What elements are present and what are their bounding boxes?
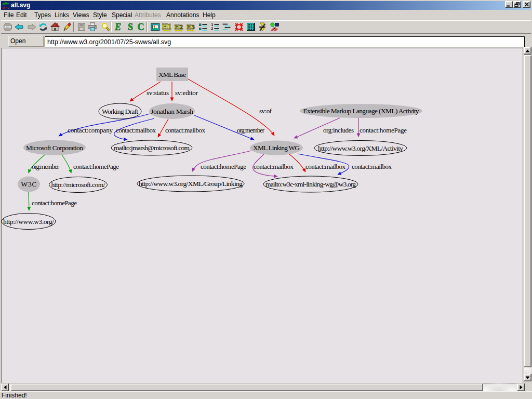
- scroll-left-button[interactable]: [1, 383, 9, 391]
- scroll-up-button[interactable]: [524, 47, 531, 55]
- heading3-button[interactable]: H3: [185, 21, 196, 32]
- strong-button[interactable]: S: [125, 21, 136, 32]
- svg-text:STOP: STOP: [4, 26, 10, 29]
- stop-icon: STOP: [3, 22, 13, 32]
- save-icon: [76, 22, 87, 32]
- anchor-link-icon: [234, 22, 244, 32]
- pencil-icon: [62, 22, 72, 32]
- menu-links[interactable]: Links: [55, 11, 69, 19]
- anchor-link-button[interactable]: [233, 21, 244, 32]
- edit-mode-button[interactable]: [61, 21, 72, 32]
- node-xml-activity-org: Extensible Markup Language (XML) Activit…: [300, 104, 422, 118]
- node-working-draft: Working Draft: [99, 103, 141, 119]
- menu-edit[interactable]: Edit: [16, 11, 27, 19]
- menu-special[interactable]: Special: [112, 11, 132, 19]
- image-button[interactable]: [150, 21, 161, 32]
- node-xml-base: XML Base: [156, 68, 188, 81]
- find-button[interactable]: [100, 21, 111, 32]
- edge-label: contact:mailbox: [254, 163, 294, 170]
- annotation-icon: [269, 22, 280, 32]
- toolbar-separator: [73, 22, 74, 32]
- forward-icon: [26, 22, 37, 32]
- horizontal-scrollbar-thumb[interactable]: [10, 383, 483, 391]
- edge-label: contact:homePage: [73, 163, 119, 170]
- scroll-down-icon: [525, 376, 530, 379]
- save-button[interactable]: [76, 21, 87, 32]
- emphasis-icon: E: [113, 22, 123, 32]
- close-button[interactable]: [523, 1, 530, 8]
- open-label: Open: [8, 36, 44, 47]
- numbered-list-button[interactable]: [209, 21, 220, 32]
- node-jonathan-marsh: Jonathan Marsh: [149, 103, 195, 119]
- annotation-button[interactable]: [269, 21, 280, 32]
- menu-help[interactable]: Help: [203, 11, 216, 19]
- node-linking-homepage: http://www.w3.org/XML/Group/Linking: [137, 176, 244, 192]
- edge-label: contact:mailbox: [165, 126, 206, 134]
- svg-text:http://www.w3.org/XML/Activity: http://www.w3.org/XML/Activity: [318, 144, 403, 152]
- horizontal-scrollbar-track[interactable]: [483, 383, 517, 391]
- scroll-down-button[interactable]: [524, 374, 531, 381]
- menu-style[interactable]: Style: [93, 11, 107, 19]
- node-w3c-homepage: http://www.w3.org/: [2, 214, 56, 230]
- node-microsoft-homepage: http://microsoft.com/: [49, 177, 108, 193]
- back-button[interactable]: [14, 21, 24, 32]
- table-button[interactable]: [245, 21, 256, 32]
- horizontal-scrollbar[interactable]: [1, 383, 525, 391]
- svg-text:W3C: W3C: [21, 180, 37, 188]
- reload-icon: [38, 22, 48, 32]
- app-icon: [2, 2, 9, 9]
- scroll-right-button[interactable]: [517, 383, 525, 391]
- edge-label: org:member: [237, 126, 265, 134]
- edge-label: contact:homePage: [201, 163, 246, 170]
- scroll-right-icon: [520, 385, 523, 390]
- edge-label: sv:status: [147, 89, 169, 97]
- window-title: all.svg: [11, 2, 30, 9]
- vertical-scrollbar-track[interactable]: [524, 367, 531, 374]
- svg-text:Microsoft Corporation: Microsoft Corporation: [26, 144, 83, 152]
- transform-icon: [257, 22, 268, 32]
- stop-button[interactable]: STOP: [2, 21, 13, 32]
- titlebar: all.svg: [1, 1, 531, 10]
- svg-text:C: C: [137, 22, 144, 32]
- home-icon: [50, 22, 60, 32]
- heading1-button[interactable]: H1: [161, 21, 172, 32]
- bullet-list-button[interactable]: [197, 21, 208, 32]
- document-canvas: sv:status sv:editor sv:of contact:compan…: [1, 48, 523, 383]
- vertical-scrollbar-thumb[interactable]: [524, 55, 531, 367]
- restore-button[interactable]: [513, 1, 521, 8]
- edge-label: org:includes: [323, 126, 354, 134]
- node-jmarsh-mailbox: mailto:jmarsh@microsoft.com: [111, 140, 192, 155]
- find-icon: [100, 22, 111, 32]
- definition-list-button[interactable]: [221, 21, 232, 32]
- svg-text:E: E: [114, 22, 121, 32]
- print-icon: [87, 22, 98, 32]
- menu-types[interactable]: Types: [34, 11, 51, 19]
- code-button[interactable]: C: [135, 21, 146, 32]
- statusbar: Finished!: [0, 391, 532, 399]
- minimize-button[interactable]: [505, 1, 513, 8]
- definition-list-icon: [221, 22, 232, 32]
- menubar: File Edit Types Links Views Style Specia…: [1, 10, 531, 20]
- vertical-scrollbar[interactable]: [523, 47, 531, 383]
- edge-contact-homepage-w3c: [29, 192, 29, 210]
- strong-icon: S: [125, 22, 136, 32]
- svg-text:H3: H3: [187, 23, 194, 31]
- home-button[interactable]: [49, 21, 60, 32]
- transform-button[interactable]: [257, 21, 268, 32]
- menu-annotations[interactable]: Annotations: [166, 11, 199, 19]
- print-button[interactable]: [87, 21, 98, 32]
- bullet-list-icon: [198, 22, 208, 32]
- heading1-icon: H1: [162, 22, 172, 32]
- emphasis-button[interactable]: E: [112, 21, 123, 32]
- close-icon: [524, 2, 529, 7]
- menu-file[interactable]: File: [4, 11, 14, 19]
- forward-button[interactable]: [26, 21, 37, 32]
- edge-label: contact:homePage: [360, 126, 407, 134]
- heading2-button[interactable]: H2: [173, 21, 184, 32]
- table-icon: [246, 22, 256, 32]
- svg-text:Jonathan Marsh: Jonathan Marsh: [151, 108, 193, 115]
- menu-views[interactable]: Views: [73, 11, 89, 19]
- svg-text:H2: H2: [174, 23, 183, 31]
- reload-button[interactable]: [37, 21, 48, 32]
- url-input[interactable]: [45, 36, 525, 47]
